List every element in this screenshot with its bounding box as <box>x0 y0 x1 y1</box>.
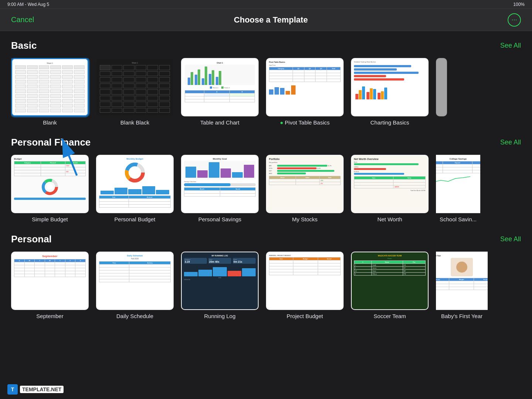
template-blank-black[interactable]: Sheet 1 <box>96 58 174 126</box>
template-my-stocks[interactable]: Portfolio Net gain/loss AAPL $1,795 GOOG <box>266 155 344 222</box>
section-basic-title: Basic <box>11 40 37 51</box>
section-personal-finance: Personal Finance See All Budget Category… <box>11 137 521 222</box>
label-blank-black: Blank Black <box>120 119 149 126</box>
thumbnail-daily-schedule[interactable]: Daily Schedule Fall 2020 TimeActivity 6a… <box>96 252 174 310</box>
label-pivot-table: ●Pivot Table Basics <box>280 119 330 126</box>
template-pivot-table[interactable]: Pivot Table Basics Sale Price CategoryQ1… <box>266 58 344 126</box>
thumbnail-babys-first[interactable]: Baby's First Year MonthWeightHeight 19 l… <box>436 252 488 310</box>
label-project-budget: Project Budget <box>287 313 323 319</box>
status-bar: 9:00 AM - Wed Aug 5 100% <box>0 0 532 9</box>
label-blank: Blank <box>43 119 57 126</box>
thumbnail-project-budget[interactable]: REMODEL: PROJECT BUDGET ItemBudgetActual… <box>266 252 344 310</box>
template-blank[interactable]: Sheet 1 <box>11 58 89 126</box>
thumbnail-simple-budget[interactable]: Budget CategoryPlannedActual Housing1200… <box>11 155 89 213</box>
template-net-worth[interactable]: Net Worth Overview Assets Liabilities Ne… <box>351 155 429 222</box>
label-daily-schedule: Daily Schedule <box>116 313 153 319</box>
status-time: 9:00 AM - Wed Aug 5 <box>7 2 49 7</box>
template-table-chart[interactable]: Chart 1 <box>181 58 259 126</box>
label-my-stocks: My Stocks <box>292 216 317 222</box>
more-icon: ··· <box>511 16 517 24</box>
main-content: Basic See All Sheet 1 <box>0 31 532 399</box>
label-charting-basics: Charting Basics <box>370 119 409 126</box>
pf-template-grid: Budget CategoryPlannedActual Housing1200… <box>11 155 521 222</box>
thumbnail-blank[interactable]: Sheet 1 <box>11 58 89 116</box>
label-personal-savings: Personal Savings <box>198 216 242 222</box>
thumbnail-pivot-table[interactable]: Pivot Table Basics Sale Price CategoryQ1… <box>266 58 344 116</box>
section-basic: Basic See All Sheet 1 <box>11 40 521 126</box>
label-personal-budget: Personal Budget <box>115 216 156 222</box>
label-calendar: September <box>36 313 63 319</box>
more-options-button[interactable]: ··· <box>508 13 521 27</box>
section-pf-see-all[interactable]: See All <box>500 139 521 146</box>
section-pf-title: Personal Finance <box>11 137 91 148</box>
status-battery: 100% <box>513 2 525 7</box>
thumbnail-personal-savings[interactable]: Monthly Goal <box>181 155 259 213</box>
template-charting-basics[interactable]: Schedule Tracking Sheet By Item <box>351 58 429 126</box>
section-personal-see-all[interactable]: See All <box>500 235 521 243</box>
thumbnail-my-stocks[interactable]: Portfolio Net gain/loss AAPL $1,795 GOOG <box>266 155 344 213</box>
thumbnail-calendar[interactable]: September SMTWTFS 123456 78910111213 141… <box>11 252 89 310</box>
template-calendar[interactable]: September SMTWTFS 123456 78910111213 141… <box>11 252 89 319</box>
section-basic-see-all[interactable]: See All <box>500 42 521 50</box>
label-simple-budget: Simple Budget <box>32 216 68 222</box>
template-project-budget[interactable]: REMODEL: PROJECT BUDGET ItemBudgetActual… <box>266 252 344 319</box>
thumbnail-table-chart[interactable]: Chart 1 <box>181 58 259 116</box>
thumbnail-blank-black[interactable]: Sheet 1 <box>96 58 174 116</box>
watermark: T TEMPLATE.NET <box>7 384 64 395</box>
thumbnail-running-log[interactable]: MY RUNNING LOG Distance 3.19 Time 20m 40… <box>181 252 259 310</box>
section-personal-header: Personal See All <box>11 233 521 245</box>
template-school-savings[interactable]: College Savings YearDepositTotal 1240024… <box>436 155 480 222</box>
template-babys-first[interactable]: Baby's First Year MonthWeightHeight 19 l… <box>436 252 488 319</box>
label-net-worth: Net Worth <box>377 216 402 222</box>
template-personal-budget[interactable]: Monthly Budget <box>96 155 174 222</box>
cancel-button[interactable]: Cancel <box>11 16 34 24</box>
template-running-log[interactable]: MY RUNNING LOG Distance 3.19 Time 20m 40… <box>181 252 259 319</box>
template-soccer-team[interactable]: WILDCATS SOCCER TEAM Roster #NamePos 1Sm… <box>351 252 429 319</box>
thumbnail-extra-basic[interactable] <box>436 58 447 116</box>
svg-point-9 <box>131 169 139 176</box>
template-simple-budget[interactable]: Budget CategoryPlannedActual Housing1200… <box>11 155 89 222</box>
label-babys-first: Baby's First Year <box>441 313 482 319</box>
label-table-chart: Table and Chart <box>200 119 239 126</box>
watermark-logo: T <box>7 384 18 395</box>
thumbnail-net-worth[interactable]: Net Worth Overview Assets Liabilities Ne… <box>351 155 429 213</box>
label-soccer-team: Soccer Team <box>374 313 406 319</box>
template-extra-basic[interactable] <box>436 58 447 126</box>
header-bar: Cancel Choose a Template ··· <box>0 9 532 31</box>
label-running-log: Running Log <box>204 313 235 319</box>
template-personal-savings[interactable]: Monthly Goal <box>181 155 259 222</box>
template-daily-schedule[interactable]: Daily Schedule Fall 2020 TimeActivity 6a… <box>96 252 174 319</box>
svg-point-4 <box>47 184 53 190</box>
thumbnail-school-savings[interactable]: College Savings YearDepositTotal 1240024… <box>436 155 480 213</box>
section-basic-header: Basic See All <box>11 40 521 51</box>
personal-template-grid: September SMTWTFS 123456 78910111213 141… <box>11 252 521 319</box>
thumbnail-personal-budget[interactable]: Monthly Budget <box>96 155 174 213</box>
thumbnail-soccer-team[interactable]: WILDCATS SOCCER TEAM Roster #NamePos 1Sm… <box>351 252 429 310</box>
pivot-dot: ● <box>280 119 283 126</box>
label-school-savings: School Savin... <box>440 216 477 222</box>
section-pf-header: Personal Finance See All <box>11 137 521 148</box>
section-personal: Personal See All September SMTWTFS 12345… <box>11 233 521 319</box>
page-title: Choose a Template <box>234 15 308 25</box>
basic-template-grid: Sheet 1 <box>11 58 521 126</box>
watermark-text: TEMPLATE.NET <box>20 386 64 393</box>
thumbnail-charting-basics[interactable]: Schedule Tracking Sheet By Item <box>351 58 429 116</box>
section-personal-title: Personal <box>11 233 52 245</box>
